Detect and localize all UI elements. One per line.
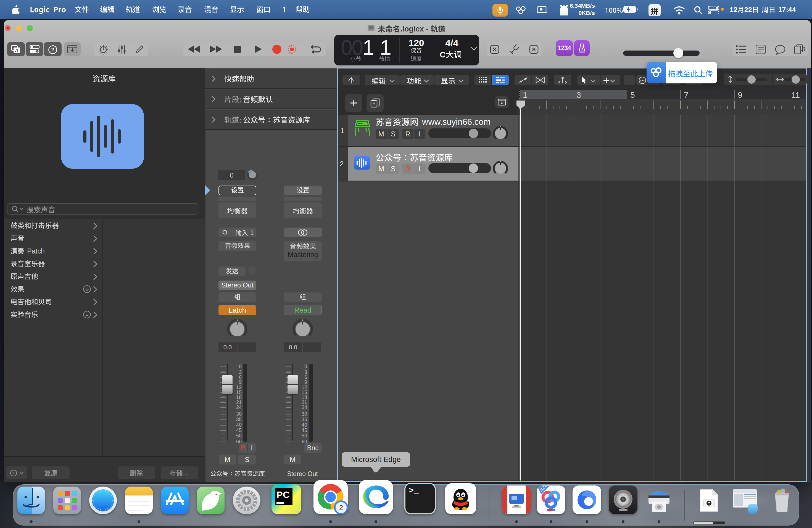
svg-text:?: ? xyxy=(52,47,54,53)
svg-text:S: S xyxy=(532,47,536,53)
